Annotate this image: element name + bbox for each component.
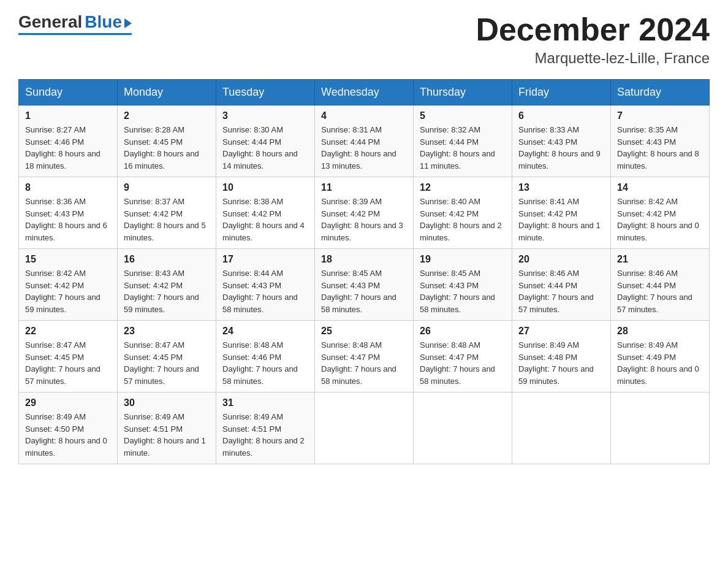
day-number: 17 bbox=[222, 254, 308, 265]
calendar-cell bbox=[512, 393, 611, 464]
day-number: 11 bbox=[321, 182, 407, 193]
day-info: Sunrise: 8:49 AM Sunset: 4:51 PM Dayligh… bbox=[124, 411, 210, 459]
day-info: Sunrise: 8:35 AM Sunset: 4:43 PM Dayligh… bbox=[617, 124, 703, 172]
day-number: 16 bbox=[124, 254, 210, 265]
day-number: 28 bbox=[617, 326, 703, 337]
column-header-saturday: Saturday bbox=[611, 80, 710, 105]
calendar-cell: 21 Sunrise: 8:46 AM Sunset: 4:44 PM Dayl… bbox=[611, 249, 710, 321]
calendar-cell: 16 Sunrise: 8:43 AM Sunset: 4:42 PM Dayl… bbox=[118, 249, 216, 321]
calendar-cell: 8 Sunrise: 8:36 AM Sunset: 4:43 PM Dayli… bbox=[19, 177, 118, 249]
column-header-thursday: Thursday bbox=[414, 80, 512, 105]
day-info: Sunrise: 8:44 AM Sunset: 4:43 PM Dayligh… bbox=[222, 267, 308, 315]
logo-text: General Blue bbox=[18, 12, 132, 32]
day-info: Sunrise: 8:49 AM Sunset: 4:50 PM Dayligh… bbox=[25, 411, 111, 459]
calendar-cell: 28 Sunrise: 8:49 AM Sunset: 4:49 PM Dayl… bbox=[611, 321, 710, 393]
page-header: General Blue December 2024 Marquette-lez… bbox=[18, 12, 710, 67]
calendar-cell: 17 Sunrise: 8:44 AM Sunset: 4:43 PM Dayl… bbox=[216, 249, 315, 321]
day-number: 21 bbox=[617, 254, 703, 265]
column-header-monday: Monday bbox=[118, 80, 216, 105]
day-info: Sunrise: 8:45 AM Sunset: 4:43 PM Dayligh… bbox=[420, 267, 506, 315]
logo-arrow-icon bbox=[124, 18, 132, 28]
column-header-friday: Friday bbox=[512, 80, 611, 105]
column-header-sunday: Sunday bbox=[19, 80, 118, 105]
day-info: Sunrise: 8:33 AM Sunset: 4:43 PM Dayligh… bbox=[518, 124, 604, 172]
column-header-wednesday: Wednesday bbox=[315, 80, 414, 105]
day-number: 5 bbox=[420, 110, 506, 121]
month-year-title: December 2024 bbox=[476, 12, 710, 47]
column-header-tuesday: Tuesday bbox=[216, 80, 315, 105]
day-number: 15 bbox=[25, 254, 111, 265]
logo-general: General bbox=[18, 12, 82, 32]
day-info: Sunrise: 8:49 AM Sunset: 4:51 PM Dayligh… bbox=[222, 411, 308, 459]
day-info: Sunrise: 8:47 AM Sunset: 4:45 PM Dayligh… bbox=[25, 339, 111, 387]
calendar-cell: 25 Sunrise: 8:48 AM Sunset: 4:47 PM Dayl… bbox=[315, 321, 414, 393]
day-info: Sunrise: 8:48 AM Sunset: 4:46 PM Dayligh… bbox=[222, 339, 308, 387]
calendar-cell: 22 Sunrise: 8:47 AM Sunset: 4:45 PM Dayl… bbox=[19, 321, 118, 393]
day-info: Sunrise: 8:39 AM Sunset: 4:42 PM Dayligh… bbox=[321, 196, 407, 243]
day-number: 6 bbox=[518, 110, 604, 121]
day-number: 12 bbox=[420, 182, 506, 193]
day-info: Sunrise: 8:27 AM Sunset: 4:46 PM Dayligh… bbox=[25, 124, 111, 172]
day-info: Sunrise: 8:49 AM Sunset: 4:49 PM Dayligh… bbox=[617, 339, 703, 387]
calendar-table: SundayMondayTuesdayWednesdayThursdayFrid… bbox=[18, 79, 710, 464]
day-number: 19 bbox=[420, 254, 506, 265]
logo-blue: Blue bbox=[85, 12, 122, 32]
day-number: 20 bbox=[518, 254, 604, 265]
day-number: 18 bbox=[321, 254, 407, 265]
day-info: Sunrise: 8:42 AM Sunset: 4:42 PM Dayligh… bbox=[617, 196, 703, 243]
day-number: 9 bbox=[124, 182, 210, 193]
calendar-cell: 10 Sunrise: 8:38 AM Sunset: 4:42 PM Dayl… bbox=[216, 177, 315, 249]
day-info: Sunrise: 8:41 AM Sunset: 4:42 PM Dayligh… bbox=[518, 196, 604, 243]
day-number: 1 bbox=[25, 110, 111, 121]
calendar-cell: 18 Sunrise: 8:45 AM Sunset: 4:43 PM Dayl… bbox=[315, 249, 414, 321]
day-info: Sunrise: 8:42 AM Sunset: 4:42 PM Dayligh… bbox=[25, 267, 111, 315]
logo-underline bbox=[18, 33, 132, 35]
day-number: 22 bbox=[25, 326, 111, 337]
calendar-cell: 3 Sunrise: 8:30 AM Sunset: 4:44 PM Dayli… bbox=[216, 105, 315, 177]
calendar-header-row: SundayMondayTuesdayWednesdayThursdayFrid… bbox=[19, 80, 710, 105]
calendar-cell: 12 Sunrise: 8:40 AM Sunset: 4:42 PM Dayl… bbox=[414, 177, 512, 249]
day-number: 25 bbox=[321, 326, 407, 337]
calendar-cell: 15 Sunrise: 8:42 AM Sunset: 4:42 PM Dayl… bbox=[19, 249, 118, 321]
location-subtitle: Marquette-lez-Lille, France bbox=[476, 50, 710, 67]
day-info: Sunrise: 8:37 AM Sunset: 4:42 PM Dayligh… bbox=[124, 196, 210, 243]
day-info: Sunrise: 8:45 AM Sunset: 4:43 PM Dayligh… bbox=[321, 267, 407, 315]
day-number: 2 bbox=[124, 110, 210, 121]
day-info: Sunrise: 8:49 AM Sunset: 4:48 PM Dayligh… bbox=[518, 339, 604, 387]
day-info: Sunrise: 8:32 AM Sunset: 4:44 PM Dayligh… bbox=[420, 124, 506, 172]
calendar-cell bbox=[414, 393, 512, 464]
calendar-cell: 23 Sunrise: 8:47 AM Sunset: 4:45 PM Dayl… bbox=[118, 321, 216, 393]
title-block: December 2024 Marquette-lez-Lille, Franc… bbox=[476, 12, 710, 67]
day-info: Sunrise: 8:48 AM Sunset: 4:47 PM Dayligh… bbox=[420, 339, 506, 387]
day-number: 10 bbox=[222, 182, 308, 193]
logo: General Blue bbox=[18, 12, 132, 35]
day-info: Sunrise: 8:28 AM Sunset: 4:45 PM Dayligh… bbox=[124, 124, 210, 172]
calendar-cell: 6 Sunrise: 8:33 AM Sunset: 4:43 PM Dayli… bbox=[512, 105, 611, 177]
calendar-cell: 5 Sunrise: 8:32 AM Sunset: 4:44 PM Dayli… bbox=[414, 105, 512, 177]
calendar-cell: 4 Sunrise: 8:31 AM Sunset: 4:44 PM Dayli… bbox=[315, 105, 414, 177]
day-number: 30 bbox=[124, 397, 210, 408]
day-number: 13 bbox=[518, 182, 604, 193]
day-number: 7 bbox=[617, 110, 703, 121]
calendar-cell bbox=[611, 393, 710, 464]
calendar-cell bbox=[315, 393, 414, 464]
day-info: Sunrise: 8:46 AM Sunset: 4:44 PM Dayligh… bbox=[518, 267, 604, 315]
day-number: 3 bbox=[222, 110, 308, 121]
calendar-cell: 7 Sunrise: 8:35 AM Sunset: 4:43 PM Dayli… bbox=[611, 105, 710, 177]
day-number: 26 bbox=[420, 326, 506, 337]
calendar-cell: 24 Sunrise: 8:48 AM Sunset: 4:46 PM Dayl… bbox=[216, 321, 315, 393]
day-number: 24 bbox=[222, 326, 308, 337]
calendar-cell: 27 Sunrise: 8:49 AM Sunset: 4:48 PM Dayl… bbox=[512, 321, 611, 393]
day-number: 31 bbox=[222, 397, 308, 408]
calendar-cell: 20 Sunrise: 8:46 AM Sunset: 4:44 PM Dayl… bbox=[512, 249, 611, 321]
calendar-cell: 29 Sunrise: 8:49 AM Sunset: 4:50 PM Dayl… bbox=[19, 393, 118, 464]
calendar-cell: 30 Sunrise: 8:49 AM Sunset: 4:51 PM Dayl… bbox=[118, 393, 216, 464]
calendar-week-row: 8 Sunrise: 8:36 AM Sunset: 4:43 PM Dayli… bbox=[19, 177, 710, 249]
calendar-week-row: 1 Sunrise: 8:27 AM Sunset: 4:46 PM Dayli… bbox=[19, 105, 710, 177]
calendar-cell: 1 Sunrise: 8:27 AM Sunset: 4:46 PM Dayli… bbox=[19, 105, 118, 177]
calendar-cell: 11 Sunrise: 8:39 AM Sunset: 4:42 PM Dayl… bbox=[315, 177, 414, 249]
day-info: Sunrise: 8:47 AM Sunset: 4:45 PM Dayligh… bbox=[124, 339, 210, 387]
day-number: 4 bbox=[321, 110, 407, 121]
day-info: Sunrise: 8:48 AM Sunset: 4:47 PM Dayligh… bbox=[321, 339, 407, 387]
calendar-cell: 14 Sunrise: 8:42 AM Sunset: 4:42 PM Dayl… bbox=[611, 177, 710, 249]
